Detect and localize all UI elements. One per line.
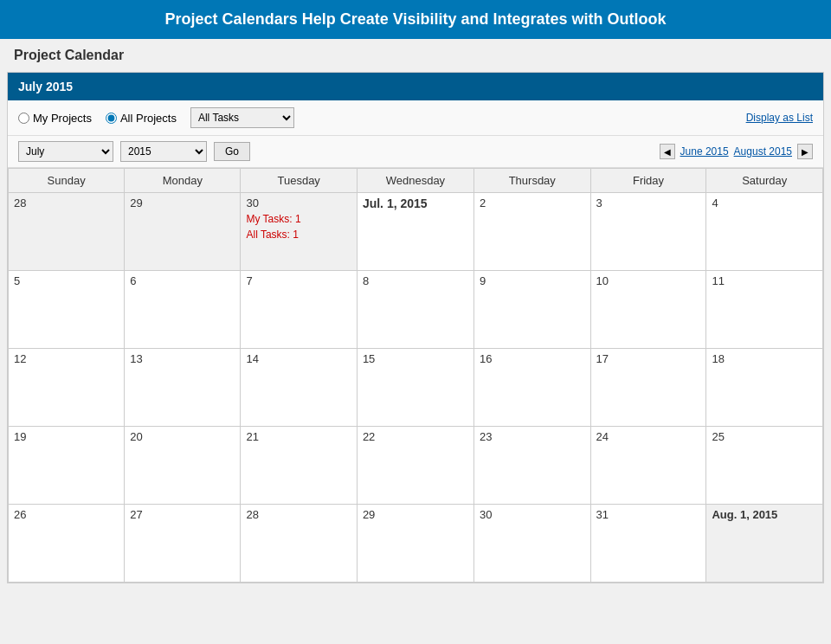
day-number: 29 [130,196,142,209]
col-sunday: Sunday [9,169,125,193]
calendar-week-row: 12131415161718 [9,349,823,427]
day-number: 30 [480,508,492,521]
calendar-day-cell[interactable]: 24 [590,427,706,505]
calendar-day-cell[interactable]: 28 [9,193,125,271]
calendar-day-cell[interactable]: 13 [125,349,241,427]
day-number: 4 [712,196,718,209]
calendar-day-cell[interactable]: 22 [357,427,473,505]
calendar-week-row: 262728293031Aug. 1, 2015 [9,505,823,583]
calendar-day-cell[interactable]: 28 [241,505,357,583]
calendar-day-cell[interactable]: 3 [590,193,706,271]
prev-month-arrow[interactable]: ◀ [660,144,675,159]
day-number: 20 [130,430,142,443]
task-filter-wrapper: All Tasks My Tasks [190,107,294,128]
calendar-day-cell[interactable]: 29 [125,193,241,271]
calendar-day-cell[interactable]: 26 [9,505,125,583]
prev-month-link[interactable]: June 2015 [680,145,729,158]
calendar-day-cell[interactable]: 21 [241,427,357,505]
day-number: 28 [246,508,258,521]
day-number: 5 [14,274,20,287]
calendar-day-cell[interactable]: 8 [357,271,473,349]
calendar-day-cell[interactable]: 15 [357,349,473,427]
calendar-day-cell[interactable]: 2 [473,193,590,271]
day-number: 16 [480,352,492,365]
calendar-day-cell[interactable]: 30 [473,505,590,583]
calendar-day-cell[interactable]: 25 [706,427,823,505]
col-saturday: Saturday [706,169,823,193]
day-number: 14 [246,352,258,365]
day-number: Aug. 1, 2015 [712,508,777,521]
day-number: 23 [480,430,492,443]
day-number: 26 [14,508,26,521]
calendar-month-header: July 2015 [8,73,823,100]
task-link[interactable]: All Tasks: 1 [246,229,351,241]
calendar-day-cell[interactable]: 9 [473,271,590,349]
calendar-header-row: Sunday Monday Tuesday Wednesday Thursday… [9,169,823,193]
calendar-day-cell[interactable]: Jul. 1, 2015 [357,193,473,271]
calendar-day-cell[interactable]: 7 [241,271,357,349]
calendar-day-cell[interactable]: 19 [9,427,125,505]
all-projects-radio-label[interactable]: All Projects [106,112,177,125]
next-month-arrow[interactable]: ▶ [797,144,813,159]
calendar-day-cell[interactable]: 6 [125,271,241,349]
my-projects-radio[interactable] [18,113,29,124]
day-number: 11 [712,274,724,287]
calendar-day-cell[interactable]: 11 [706,271,823,349]
page-title: Project Calendar [0,39,831,72]
calendar-day-cell[interactable]: 29 [357,505,473,583]
calendar-day-cell[interactable]: 31 [590,505,706,583]
calendar-week-row: 19202122232425 [9,427,823,505]
next-month-link[interactable]: August 2015 [734,145,792,158]
day-number: 18 [712,352,724,365]
calendar-day-cell[interactable]: 5 [9,271,125,349]
day-number: 25 [712,430,724,443]
col-wednesday: Wednesday [357,169,473,193]
day-number: 7 [246,274,252,287]
calendar-day-cell[interactable]: 12 [9,349,125,427]
calendar-day-cell[interactable]: 16 [473,349,590,427]
day-number: 27 [130,508,142,521]
calendar-day-cell[interactable]: Aug. 1, 2015 [706,505,823,583]
banner-title: Project Calendars Help Create Visibility… [165,10,667,28]
calendar-day-cell[interactable]: 20 [125,427,241,505]
task-filter-select[interactable]: All Tasks My Tasks [190,107,294,128]
day-number: 30 [246,196,258,209]
calendar-container: July 2015 My Projects All Projects All T… [7,72,824,583]
all-projects-radio[interactable] [106,113,117,124]
day-number: 13 [130,352,142,365]
col-monday: Monday [125,169,241,193]
day-number: 9 [480,274,486,287]
calendar-day-cell[interactable]: 23 [473,427,590,505]
calendar-controls: My Projects All Projects All Tasks My Ta… [8,100,823,136]
day-number: 24 [596,430,609,443]
calendar-day-cell[interactable]: 4 [706,193,823,271]
display-as-list-link[interactable]: Display as List [746,112,813,124]
calendar-day-cell[interactable]: 17 [590,349,706,427]
day-number: 17 [596,352,609,365]
day-number: 10 [596,274,609,287]
col-friday: Friday [590,169,706,193]
day-number: 22 [363,430,375,443]
calendar-table: Sunday Monday Tuesday Wednesday Thursday… [8,168,823,583]
month-select[interactable]: January February March April May June Ju… [18,141,113,162]
month-nav: ◀ June 2015 August 2015 ▶ [660,144,813,159]
calendar-day-cell[interactable]: 10 [590,271,706,349]
year-select[interactable]: 2013 2014 2015 2016 2017 [120,141,207,162]
go-button[interactable]: Go [214,142,250,161]
day-number: 6 [130,274,136,287]
calendar-day-cell[interactable]: 18 [706,349,823,427]
calendar-day-cell[interactable]: 30My Tasks: 1All Tasks: 1 [241,193,357,271]
calendar-week-row: 567891011 [9,271,823,349]
nav-controls: January February March April May June Ju… [8,136,823,168]
col-thursday: Thursday [473,169,590,193]
calendar-day-cell[interactable]: 27 [125,505,241,583]
my-projects-radio-label[interactable]: My Projects [18,112,92,125]
task-link[interactable]: My Tasks: 1 [246,213,351,225]
calendar-week-row: 282930My Tasks: 1All Tasks: 1Jul. 1, 201… [9,193,823,271]
calendar-day-cell[interactable]: 14 [241,349,357,427]
day-number: 19 [14,430,26,443]
day-number: 29 [363,508,375,521]
day-number: Jul. 1, 2015 [363,196,428,210]
day-number: 15 [363,352,375,365]
day-number: 12 [14,352,26,365]
